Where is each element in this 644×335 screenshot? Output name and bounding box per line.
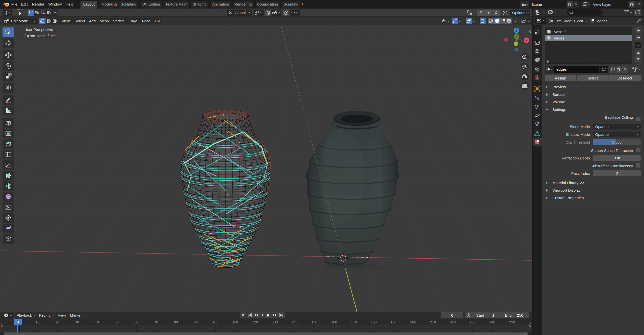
svg-text:Y: Y <box>516 35 518 38</box>
svg-text:Z: Z <box>515 29 517 32</box>
svg-text:X: X <box>526 39 528 42</box>
